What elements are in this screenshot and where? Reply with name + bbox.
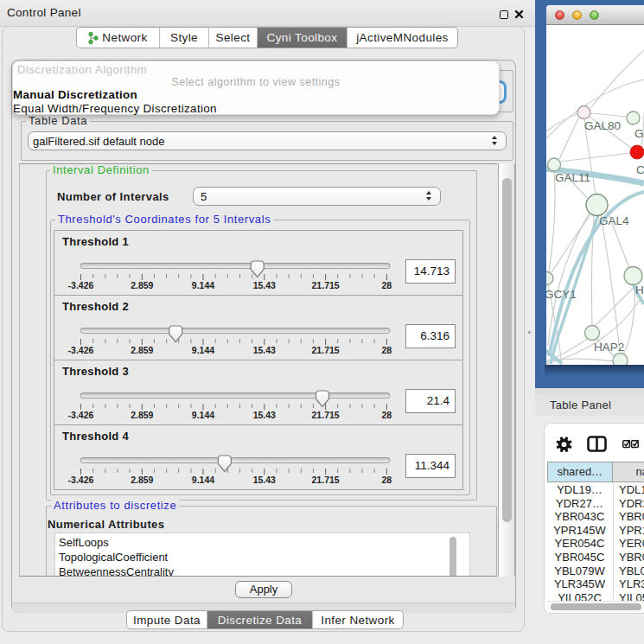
- svg-text:21.715: 21.715: [312, 410, 340, 420]
- svg-text:GAL80: GAL80: [584, 119, 621, 132]
- svg-text:9.144: 9.144: [192, 475, 214, 485]
- svg-text:-3.426: -3.426: [68, 410, 94, 420]
- svg-text:GCY1: GCY1: [546, 288, 577, 301]
- svg-text:9.144: 9.144: [192, 280, 214, 290]
- svg-text:2.859: 2.859: [131, 475, 153, 485]
- svg-text:2.859: 2.859: [131, 345, 153, 355]
- svg-text:HAP2: HAP2: [594, 341, 624, 354]
- svg-text:CA: CA: [636, 163, 644, 176]
- svg-text:-3.426: -3.426: [68, 345, 94, 355]
- svg-text:GA: GA: [634, 127, 644, 140]
- svg-text:21.715: 21.715: [312, 475, 340, 485]
- svg-text:28: 28: [381, 280, 392, 290]
- svg-text:9.144: 9.144: [192, 345, 214, 355]
- svg-text:15.43: 15.43: [253, 475, 276, 485]
- svg-text:HI: HI: [635, 284, 644, 296]
- svg-text:28: 28: [381, 345, 392, 355]
- svg-text:2.859: 2.859: [131, 410, 153, 420]
- svg-text:28: 28: [381, 410, 392, 420]
- svg-text:GAL4: GAL4: [599, 214, 629, 227]
- svg-text:15.43: 15.43: [253, 345, 276, 355]
- svg-text:-3.426: -3.426: [68, 475, 94, 485]
- svg-text:21.715: 21.715: [312, 345, 340, 355]
- svg-text:2.859: 2.859: [131, 280, 153, 290]
- svg-text:21.715: 21.715: [312, 280, 340, 290]
- svg-text:15.43: 15.43: [253, 410, 276, 420]
- svg-text:15.43: 15.43: [253, 280, 276, 290]
- svg-text:-3.426: -3.426: [68, 280, 94, 290]
- svg-text:28: 28: [381, 475, 392, 485]
- svg-text:9.144: 9.144: [192, 410, 214, 420]
- svg-text:GAL11: GAL11: [555, 171, 590, 184]
